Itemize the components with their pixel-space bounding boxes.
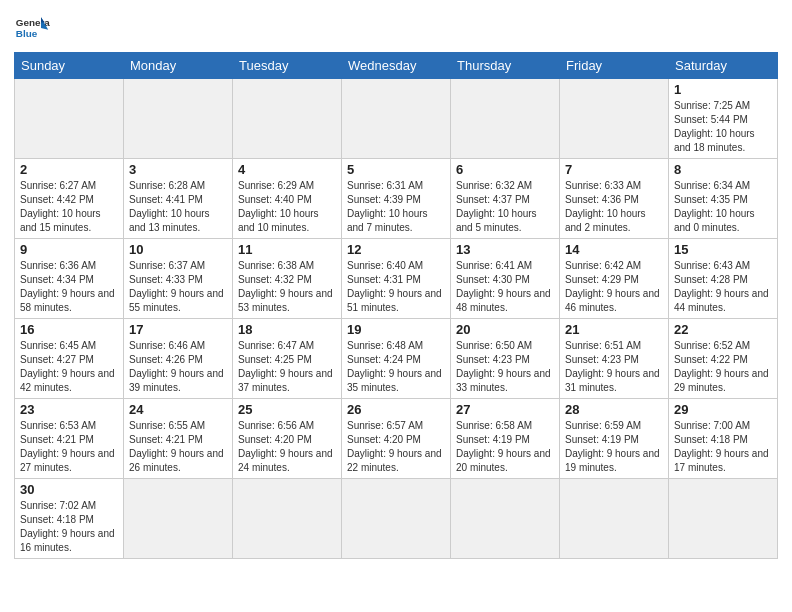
generalblue-logo-icon: General Blue <box>14 10 50 46</box>
day-info: Sunrise: 6:43 AM Sunset: 4:28 PM Dayligh… <box>674 259 772 315</box>
calendar-cell <box>15 79 124 159</box>
header-thursday: Thursday <box>451 53 560 79</box>
calendar-cell: 28Sunrise: 6:59 AM Sunset: 4:19 PM Dayli… <box>560 399 669 479</box>
calendar-cell <box>669 479 778 559</box>
day-info: Sunrise: 6:32 AM Sunset: 4:37 PM Dayligh… <box>456 179 554 235</box>
calendar-cell: 24Sunrise: 6:55 AM Sunset: 4:21 PM Dayli… <box>124 399 233 479</box>
day-info: Sunrise: 6:59 AM Sunset: 4:19 PM Dayligh… <box>565 419 663 475</box>
day-info: Sunrise: 6:55 AM Sunset: 4:21 PM Dayligh… <box>129 419 227 475</box>
day-number: 1 <box>674 82 772 97</box>
calendar-cell: 30Sunrise: 7:02 AM Sunset: 4:18 PM Dayli… <box>15 479 124 559</box>
day-info: Sunrise: 6:36 AM Sunset: 4:34 PM Dayligh… <box>20 259 118 315</box>
day-number: 28 <box>565 402 663 417</box>
calendar-cell: 18Sunrise: 6:47 AM Sunset: 4:25 PM Dayli… <box>233 319 342 399</box>
day-number: 29 <box>674 402 772 417</box>
day-info: Sunrise: 6:52 AM Sunset: 4:22 PM Dayligh… <box>674 339 772 395</box>
calendar-cell: 10Sunrise: 6:37 AM Sunset: 4:33 PM Dayli… <box>124 239 233 319</box>
day-info: Sunrise: 7:00 AM Sunset: 4:18 PM Dayligh… <box>674 419 772 475</box>
day-info: Sunrise: 6:42 AM Sunset: 4:29 PM Dayligh… <box>565 259 663 315</box>
day-info: Sunrise: 6:51 AM Sunset: 4:23 PM Dayligh… <box>565 339 663 395</box>
calendar-cell <box>233 479 342 559</box>
calendar-cell: 4Sunrise: 6:29 AM Sunset: 4:40 PM Daylig… <box>233 159 342 239</box>
day-info: Sunrise: 6:56 AM Sunset: 4:20 PM Dayligh… <box>238 419 336 475</box>
header-wednesday: Wednesday <box>342 53 451 79</box>
header-tuesday: Tuesday <box>233 53 342 79</box>
day-info: Sunrise: 6:46 AM Sunset: 4:26 PM Dayligh… <box>129 339 227 395</box>
calendar-cell: 17Sunrise: 6:46 AM Sunset: 4:26 PM Dayli… <box>124 319 233 399</box>
calendar-cell: 29Sunrise: 7:00 AM Sunset: 4:18 PM Dayli… <box>669 399 778 479</box>
day-number: 25 <box>238 402 336 417</box>
calendar-cell <box>560 79 669 159</box>
header-monday: Monday <box>124 53 233 79</box>
day-number: 27 <box>456 402 554 417</box>
calendar-cell: 1Sunrise: 7:25 AM Sunset: 5:44 PM Daylig… <box>669 79 778 159</box>
day-info: Sunrise: 6:57 AM Sunset: 4:20 PM Dayligh… <box>347 419 445 475</box>
calendar-cell: 9Sunrise: 6:36 AM Sunset: 4:34 PM Daylig… <box>15 239 124 319</box>
calendar-cell: 6Sunrise: 6:32 AM Sunset: 4:37 PM Daylig… <box>451 159 560 239</box>
calendar-cell: 11Sunrise: 6:38 AM Sunset: 4:32 PM Dayli… <box>233 239 342 319</box>
calendar-cell: 22Sunrise: 6:52 AM Sunset: 4:22 PM Dayli… <box>669 319 778 399</box>
calendar-cell: 8Sunrise: 6:34 AM Sunset: 4:35 PM Daylig… <box>669 159 778 239</box>
calendar-cell: 19Sunrise: 6:48 AM Sunset: 4:24 PM Dayli… <box>342 319 451 399</box>
calendar-cell: 14Sunrise: 6:42 AM Sunset: 4:29 PM Dayli… <box>560 239 669 319</box>
calendar-cell: 21Sunrise: 6:51 AM Sunset: 4:23 PM Dayli… <box>560 319 669 399</box>
calendar-cell: 5Sunrise: 6:31 AM Sunset: 4:39 PM Daylig… <box>342 159 451 239</box>
day-number: 9 <box>20 242 118 257</box>
day-info: Sunrise: 6:28 AM Sunset: 4:41 PM Dayligh… <box>129 179 227 235</box>
day-number: 13 <box>456 242 554 257</box>
calendar-cell: 7Sunrise: 6:33 AM Sunset: 4:36 PM Daylig… <box>560 159 669 239</box>
day-number: 2 <box>20 162 118 177</box>
day-number: 6 <box>456 162 554 177</box>
day-info: Sunrise: 6:29 AM Sunset: 4:40 PM Dayligh… <box>238 179 336 235</box>
day-number: 23 <box>20 402 118 417</box>
header-saturday: Saturday <box>669 53 778 79</box>
day-number: 26 <box>347 402 445 417</box>
day-number: 8 <box>674 162 772 177</box>
calendar-cell: 3Sunrise: 6:28 AM Sunset: 4:41 PM Daylig… <box>124 159 233 239</box>
day-info: Sunrise: 6:34 AM Sunset: 4:35 PM Dayligh… <box>674 179 772 235</box>
day-info: Sunrise: 6:27 AM Sunset: 4:42 PM Dayligh… <box>20 179 118 235</box>
day-info: Sunrise: 6:53 AM Sunset: 4:21 PM Dayligh… <box>20 419 118 475</box>
day-info: Sunrise: 6:31 AM Sunset: 4:39 PM Dayligh… <box>347 179 445 235</box>
day-number: 5 <box>347 162 445 177</box>
day-info: Sunrise: 6:40 AM Sunset: 4:31 PM Dayligh… <box>347 259 445 315</box>
weekday-header-row: Sunday Monday Tuesday Wednesday Thursday… <box>15 53 778 79</box>
calendar-cell <box>124 479 233 559</box>
day-info: Sunrise: 7:25 AM Sunset: 5:44 PM Dayligh… <box>674 99 772 155</box>
day-number: 21 <box>565 322 663 337</box>
calendar-cell <box>451 479 560 559</box>
day-info: Sunrise: 6:33 AM Sunset: 4:36 PM Dayligh… <box>565 179 663 235</box>
day-number: 17 <box>129 322 227 337</box>
day-number: 18 <box>238 322 336 337</box>
day-info: Sunrise: 6:50 AM Sunset: 4:23 PM Dayligh… <box>456 339 554 395</box>
calendar: Sunday Monday Tuesday Wednesday Thursday… <box>14 52 778 559</box>
calendar-cell: 15Sunrise: 6:43 AM Sunset: 4:28 PM Dayli… <box>669 239 778 319</box>
day-info: Sunrise: 6:41 AM Sunset: 4:30 PM Dayligh… <box>456 259 554 315</box>
calendar-cell: 25Sunrise: 6:56 AM Sunset: 4:20 PM Dayli… <box>233 399 342 479</box>
calendar-cell <box>124 79 233 159</box>
calendar-cell: 26Sunrise: 6:57 AM Sunset: 4:20 PM Dayli… <box>342 399 451 479</box>
day-number: 22 <box>674 322 772 337</box>
calendar-cell: 13Sunrise: 6:41 AM Sunset: 4:30 PM Dayli… <box>451 239 560 319</box>
page: General Blue Sunday Monday Tuesday Wedne… <box>0 0 792 569</box>
day-number: 24 <box>129 402 227 417</box>
day-info: Sunrise: 6:38 AM Sunset: 4:32 PM Dayligh… <box>238 259 336 315</box>
calendar-cell: 27Sunrise: 6:58 AM Sunset: 4:19 PM Dayli… <box>451 399 560 479</box>
calendar-cell <box>451 79 560 159</box>
header-sunday: Sunday <box>15 53 124 79</box>
day-number: 11 <box>238 242 336 257</box>
logo: General Blue <box>14 10 50 46</box>
day-info: Sunrise: 6:48 AM Sunset: 4:24 PM Dayligh… <box>347 339 445 395</box>
day-info: Sunrise: 6:37 AM Sunset: 4:33 PM Dayligh… <box>129 259 227 315</box>
calendar-cell <box>560 479 669 559</box>
calendar-cell: 16Sunrise: 6:45 AM Sunset: 4:27 PM Dayli… <box>15 319 124 399</box>
day-number: 20 <box>456 322 554 337</box>
day-number: 10 <box>129 242 227 257</box>
calendar-cell <box>233 79 342 159</box>
day-number: 15 <box>674 242 772 257</box>
calendar-cell: 23Sunrise: 6:53 AM Sunset: 4:21 PM Dayli… <box>15 399 124 479</box>
day-number: 30 <box>20 482 118 497</box>
day-info: Sunrise: 7:02 AM Sunset: 4:18 PM Dayligh… <box>20 499 118 555</box>
day-info: Sunrise: 6:47 AM Sunset: 4:25 PM Dayligh… <box>238 339 336 395</box>
header: General Blue <box>14 10 778 46</box>
